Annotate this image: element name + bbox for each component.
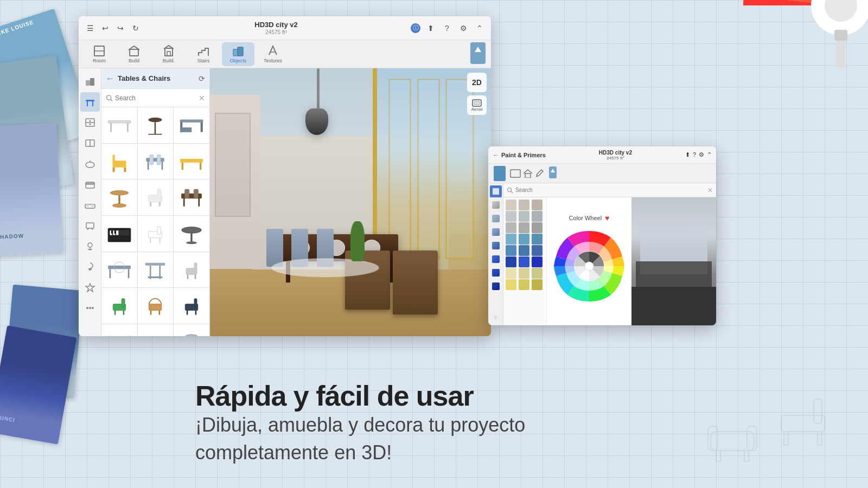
- secondary-texture-btn[interactable]: [494, 166, 506, 181]
- swatch-yellow-3[interactable]: [532, 268, 542, 279]
- swatch-accent-2[interactable]: [519, 279, 529, 290]
- toolbar-stairs[interactable]: Stairs: [187, 42, 220, 66]
- toolbar-build[interactable]: Build: [118, 42, 150, 66]
- object-item-dining-table-2[interactable]: [101, 252, 137, 288]
- object-item-modern-chair[interactable]: [138, 216, 174, 252]
- swatch-neutral-1[interactable]: [506, 200, 516, 210]
- object-item-table-set[interactable]: [138, 144, 174, 179]
- secondary-help[interactable]: ?: [693, 151, 696, 158]
- sidebar-living[interactable]: [80, 195, 100, 215]
- color-filter-3[interactable]: [490, 226, 502, 238]
- object-item-dark-chair[interactable]: [174, 288, 209, 324]
- swatch-blue-2[interactable]: [519, 234, 529, 245]
- secondary-collapse[interactable]: ⌃: [707, 151, 712, 158]
- color-filter-1[interactable]: [490, 199, 502, 211]
- swatch-neutral-9[interactable]: [532, 222, 542, 233]
- sidebar-all-furniture[interactable]: [80, 72, 100, 91]
- object-item-yellow-set-1[interactable]: [101, 324, 137, 336]
- texture-active-btn[interactable]: [469, 41, 487, 67]
- secondary-share[interactable]: ⬆: [685, 151, 690, 158]
- sidebar-kitchen[interactable]: [80, 133, 100, 153]
- search-input[interactable]: [115, 94, 196, 102]
- object-item-workdesk[interactable]: [174, 107, 209, 143]
- object-item-chair-modern-3[interactable]: [174, 252, 209, 288]
- object-item-white-chair[interactable]: [138, 179, 174, 215]
- toolbar-room[interactable]: Room: [83, 42, 116, 66]
- sidebar-office[interactable]: [80, 216, 100, 235]
- object-item-green-chair[interactable]: [101, 288, 137, 324]
- color-filter-4[interactable]: [490, 240, 502, 252]
- secondary-paintbrush[interactable]: [548, 165, 558, 182]
- help-icon[interactable]: ?: [441, 22, 453, 34]
- object-item-round-table[interactable]: [174, 216, 209, 252]
- object-item-bar-chair[interactable]: [174, 324, 209, 336]
- object-item-bench-yellow[interactable]: [174, 144, 209, 179]
- sidebar-storage[interactable]: [80, 113, 100, 132]
- swatch-neutral-6[interactable]: [532, 211, 542, 222]
- swatch-blue-3[interactable]: [532, 234, 542, 245]
- sidebar-decor[interactable]: [80, 278, 100, 297]
- swatch-blue-6[interactable]: [532, 245, 542, 256]
- swatch-blue-4[interactable]: [506, 245, 516, 256]
- secondary-build-icon[interactable]: [522, 169, 533, 178]
- color-filter-6[interactable]: [490, 267, 502, 279]
- secondary-back-btn[interactable]: ←: [493, 151, 499, 159]
- secondary-settings[interactable]: ⚙: [699, 151, 704, 158]
- sidebar-other[interactable]: [80, 298, 100, 318]
- refresh-icon[interactable]: ↻: [130, 22, 142, 34]
- aerial-view-button[interactable]: Aerial: [467, 95, 487, 115]
- swatch-neutral-3[interactable]: [532, 200, 542, 210]
- swatch-yellow-2[interactable]: [519, 268, 529, 279]
- search-clear-button[interactable]: ✕: [199, 94, 205, 102]
- sidebar-tables-chairs[interactable]: [80, 92, 100, 112]
- object-item-ornate-chair[interactable]: [138, 288, 174, 324]
- 2d-view-badge[interactable]: 2D: [467, 73, 487, 92]
- sidebar-outdoor[interactable]: [80, 236, 100, 256]
- undo-icon[interactable]: ↩: [99, 22, 111, 34]
- menu-icon[interactable]: ☰: [84, 22, 96, 34]
- swatch-blue-1[interactable]: [506, 234, 516, 245]
- object-item-bar-stool[interactable]: [138, 107, 174, 143]
- color-filter-5[interactable]: [490, 253, 502, 265]
- share-icon[interactable]: ⬆: [425, 22, 437, 34]
- collapse-icon[interactable]: ⌃: [474, 22, 486, 34]
- color-favorites[interactable]: ♥: [490, 311, 502, 323]
- swatch-neutral-8[interactable]: [519, 222, 529, 233]
- secondary-pencil-icon[interactable]: [535, 169, 546, 178]
- swatch-yellow-1[interactable]: [506, 268, 516, 279]
- swatch-accent-1[interactable]: [506, 279, 516, 290]
- object-item-yellow-set-2[interactable]: [138, 324, 174, 336]
- redo-icon[interactable]: ↪: [114, 22, 126, 34]
- toolbar-objects[interactable]: Objects: [222, 42, 254, 66]
- settings-icon[interactable]: ⚙: [457, 22, 469, 34]
- swatch-neutral-7[interactable]: [506, 222, 516, 233]
- sidebar-bedroom[interactable]: [80, 175, 100, 194]
- swatch-darkblue-2[interactable]: [519, 256, 529, 267]
- sidebar-lighting[interactable]: [80, 257, 100, 277]
- object-item-piano[interactable]: [101, 216, 137, 252]
- swatch-accent-3[interactable]: [532, 279, 542, 290]
- object-item-white-table[interactable]: [101, 107, 137, 143]
- panel-refresh-button[interactable]: ⟳: [199, 74, 205, 83]
- sidebar-bathroom[interactable]: [80, 154, 100, 174]
- object-item-yellow-chair[interactable]: [101, 144, 137, 179]
- swatch-blue-5[interactable]: [519, 245, 529, 256]
- color-filter-2[interactable]: [490, 213, 502, 224]
- swatch-darkblue-3[interactable]: [532, 256, 542, 267]
- color-wheel-svg[interactable]: [548, 226, 630, 307]
- object-item-dining-set[interactable]: [174, 179, 209, 215]
- swatch-neutral-2[interactable]: [519, 200, 529, 210]
- swatch-neutral-4[interactable]: [506, 211, 516, 222]
- color-all-btn[interactable]: [490, 185, 502, 197]
- object-item-side-table[interactable]: [101, 179, 137, 215]
- color-filter-dark[interactable]: [490, 280, 502, 292]
- toolbar-building[interactable]: Build.: [152, 42, 185, 66]
- swatch-neutral-5[interactable]: [519, 211, 529, 222]
- color-wheel-heart[interactable]: ♥: [605, 214, 609, 222]
- secondary-room-icon[interactable]: [510, 169, 521, 178]
- info-icon[interactable]: ⓘ: [411, 23, 420, 33]
- color-search-clear[interactable]: ✕: [707, 187, 713, 194]
- swatch-darkblue-1[interactable]: [506, 256, 516, 267]
- panel-back-button[interactable]: ←: [106, 74, 114, 84]
- color-search-input[interactable]: [515, 187, 705, 193]
